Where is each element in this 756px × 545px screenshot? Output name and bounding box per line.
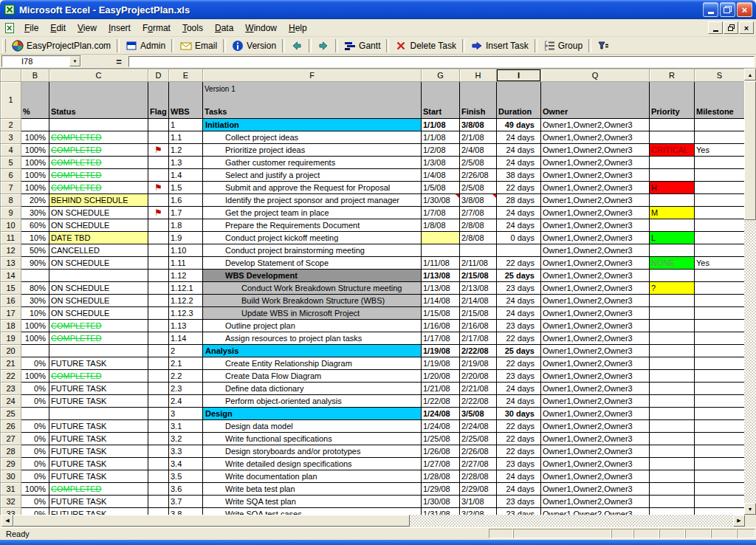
- cell-F13[interactable]: Develop Statement of Scope: [203, 257, 422, 270]
- cell-C11[interactable]: DATE TBD: [49, 232, 148, 244]
- cell-G18[interactable]: 1/16/08: [422, 320, 460, 332]
- row-header-18[interactable]: 18: [1, 320, 21, 332]
- cell-C6[interactable]: COMPLETED: [49, 169, 148, 182]
- cell-H27[interactable]: 2/25/08: [460, 433, 497, 445]
- cell-C4[interactable]: COMPLETED: [49, 144, 148, 157]
- cell-S24[interactable]: [695, 395, 745, 408]
- cell-C23[interactable]: FUTURE TASK: [49, 383, 148, 395]
- cell-Q15[interactable]: Owner1,Owner2,Owner3: [541, 282, 650, 295]
- cell-F15[interactable]: Conduct Work Breakdown Structure meeting: [203, 282, 422, 295]
- cell-D32[interactable]: [148, 496, 169, 508]
- cell-H10[interactable]: 2/8/08: [460, 219, 497, 232]
- cell-S8[interactable]: [695, 194, 745, 207]
- cell-I24[interactable]: 24 days: [497, 395, 541, 408]
- cell-S33[interactable]: [695, 508, 745, 515]
- row-header-4[interactable]: 4: [1, 144, 21, 157]
- cell-E2[interactable]: 1: [169, 119, 203, 131]
- toolbar-button-back[interactable]: [287, 38, 306, 53]
- cell-S1[interactable]: Milestone: [695, 82, 745, 119]
- cell-R16[interactable]: [650, 295, 695, 307]
- cell-C8[interactable]: BEHIND SCHEDULE: [49, 194, 148, 207]
- cell-I16[interactable]: 24 days: [497, 295, 541, 307]
- cell-Q1[interactable]: Owner: [541, 82, 650, 119]
- cell-F11[interactable]: Conduct project kickoff meeting: [203, 232, 422, 244]
- cell-R18[interactable]: [650, 320, 695, 332]
- cell-E11[interactable]: 1.9: [169, 232, 203, 244]
- cell-F16[interactable]: Build Work Breakdown Structure (WBS): [203, 295, 422, 307]
- cell-E1[interactable]: WBS: [169, 82, 203, 119]
- cell-B12[interactable]: 50%: [21, 244, 49, 257]
- cell-G24[interactable]: 1/22/08: [422, 395, 460, 408]
- column-header-Q[interactable]: Q: [541, 69, 650, 82]
- v-scroll-up-button[interactable]: ▲: [744, 69, 756, 80]
- cell-Q8[interactable]: Owner1,Owner2,Owner3: [541, 194, 650, 207]
- cell-E18[interactable]: 1.13: [169, 320, 203, 332]
- cell-H23[interactable]: 2/21/08: [460, 383, 497, 395]
- cell-H30[interactable]: 2/28/08: [460, 470, 497, 483]
- cell-Q20[interactable]: Owner1,Owner2,Owner3: [541, 345, 650, 357]
- cell-C25[interactable]: [49, 408, 148, 420]
- cell-I4[interactable]: 24 days: [497, 144, 541, 157]
- cell-B16[interactable]: 30%: [21, 295, 49, 307]
- row-header-7[interactable]: 7: [1, 182, 21, 194]
- cell-Q3[interactable]: Owner1,Owner2,Owner3: [541, 131, 650, 144]
- cell-I29[interactable]: 23 days: [497, 458, 541, 470]
- cell-F2[interactable]: Initiation: [203, 119, 422, 131]
- cell-C20[interactable]: [49, 345, 148, 357]
- cell-B25[interactable]: [21, 408, 49, 420]
- cell-G13[interactable]: 1/11/08: [422, 257, 460, 270]
- cell-I22[interactable]: 23 days: [497, 370, 541, 383]
- cell-D19[interactable]: [148, 332, 169, 345]
- cell-C30[interactable]: FUTURE TASK: [49, 470, 148, 483]
- select-all-corner[interactable]: [1, 69, 21, 82]
- cell-S19[interactable]: [695, 332, 745, 345]
- cell-E5[interactable]: 1.3: [169, 157, 203, 169]
- menu-item-format[interactable]: Format: [137, 20, 176, 36]
- cell-R21[interactable]: [650, 357, 695, 370]
- row-header-2[interactable]: 2: [1, 119, 21, 131]
- cell-H26[interactable]: 2/24/08: [460, 420, 497, 433]
- cell-S15[interactable]: [695, 282, 745, 295]
- cell-D16[interactable]: [148, 295, 169, 307]
- cell-I17[interactable]: 24 days: [497, 307, 541, 320]
- cell-C33[interactable]: FUTURE TASK: [49, 508, 148, 515]
- row-header-26[interactable]: 26: [1, 420, 21, 433]
- v-scroll-down-button[interactable]: ▼: [744, 503, 756, 515]
- cell-D8[interactable]: [148, 194, 169, 207]
- cell-E10[interactable]: 1.8: [169, 219, 203, 232]
- name-box-dropdown-button[interactable]: ▼: [69, 56, 80, 66]
- cell-G12[interactable]: [422, 244, 460, 257]
- cell-S17[interactable]: [695, 307, 745, 320]
- column-header-I[interactable]: I: [497, 69, 541, 82]
- cell-R6[interactable]: [650, 169, 695, 182]
- cell-G10[interactable]: 1/8/08: [422, 219, 460, 232]
- cell-E26[interactable]: 3.1: [169, 420, 203, 433]
- cell-I31[interactable]: 24 days: [497, 483, 541, 496]
- cell-R15[interactable]: ?: [650, 282, 695, 295]
- menu-item-insert[interactable]: Insert: [103, 20, 137, 36]
- cell-B19[interactable]: 100%: [21, 332, 49, 345]
- cell-G30[interactable]: 1/28/08: [422, 470, 460, 483]
- cell-D33[interactable]: [148, 508, 169, 515]
- cell-D1[interactable]: Flag: [148, 82, 169, 119]
- cell-S10[interactable]: [695, 219, 745, 232]
- cell-H24[interactable]: 2/22/08: [460, 395, 497, 408]
- cell-B20[interactable]: [21, 345, 49, 357]
- cell-H11[interactable]: 2/8/08: [460, 232, 497, 244]
- cell-I14[interactable]: 25 days: [497, 270, 541, 282]
- cell-C21[interactable]: FUTURE TASK: [49, 357, 148, 370]
- cell-R9[interactable]: M: [650, 207, 695, 219]
- cell-F9[interactable]: Get the project team in place: [203, 207, 422, 219]
- cell-S32[interactable]: [695, 496, 745, 508]
- cell-F3[interactable]: Collect project ideas: [203, 131, 422, 144]
- cell-R24[interactable]: [650, 395, 695, 408]
- cell-B26[interactable]: 0%: [21, 420, 49, 433]
- cell-S23[interactable]: [695, 383, 745, 395]
- cell-I1[interactable]: Duration: [497, 82, 541, 119]
- menu-item-window[interactable]: Window: [239, 20, 283, 36]
- cell-Q16[interactable]: Owner1,Owner2,Owner3: [541, 295, 650, 307]
- cell-F5[interactable]: Gather customer requirements: [203, 157, 422, 169]
- cell-E33[interactable]: 3.8: [169, 508, 203, 515]
- cell-B17[interactable]: 10%: [21, 307, 49, 320]
- cell-D2[interactable]: [148, 119, 169, 131]
